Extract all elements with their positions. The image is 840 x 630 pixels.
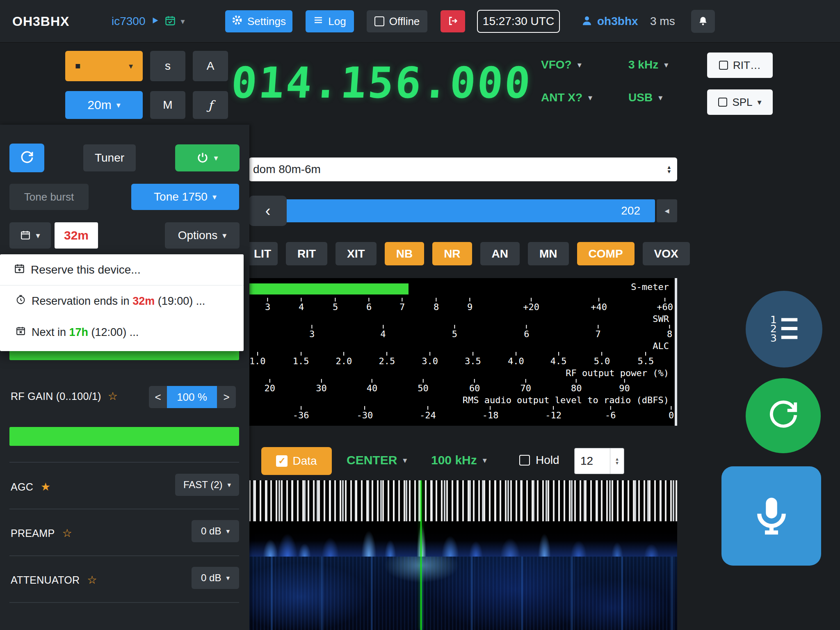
tone-burst-button[interactable]: Tone burst bbox=[9, 184, 89, 210]
play-icon[interactable] bbox=[151, 16, 160, 27]
user-menu[interactable]: oh3bhx bbox=[581, 0, 638, 43]
time-left-button[interactable]: 32m bbox=[55, 222, 98, 249]
function-toggle-row: LITRITXITNBNRANMNCOMPVOX bbox=[233, 242, 690, 265]
slider-step-left-button[interactable]: ‹ bbox=[249, 196, 287, 226]
data-mode-toggle[interactable]: ✓ Data bbox=[261, 447, 332, 475]
toggle-xit[interactable]: XIT bbox=[336, 242, 377, 265]
meter-scale-value: 8 bbox=[667, 325, 672, 339]
gear-icon bbox=[232, 15, 242, 28]
reservation-dropdown[interactable]: ▾ bbox=[9, 222, 51, 249]
toggle-vox[interactable]: VOX bbox=[643, 242, 690, 265]
next-text: Next in 17h (12:00) ... bbox=[32, 326, 139, 339]
rf-gain-inc-button[interactable]: > bbox=[217, 386, 236, 408]
span-dropdown[interactable]: 100 kHz ▾ bbox=[431, 446, 487, 474]
select-arrows-icon: ▴ ▾ bbox=[667, 158, 671, 181]
log-button[interactable]: Log bbox=[306, 10, 354, 32]
menu-item-reservation-ends[interactable]: Reservation ends in 32m (19:00) ... bbox=[0, 285, 244, 317]
power-icon bbox=[196, 151, 209, 165]
preamp-dropdown[interactable]: 0 dB ▾ bbox=[192, 520, 239, 542]
refresh-audio-button[interactable] bbox=[746, 378, 821, 453]
rate-value: 12 bbox=[580, 454, 593, 468]
vfo-dropdown[interactable]: VFO? ▾ bbox=[541, 58, 582, 71]
spl-checkbox[interactable] bbox=[718, 98, 727, 107]
latency-text: 3 ms bbox=[650, 15, 675, 28]
profile-select[interactable]: dom 80m-6m ▴ ▾ bbox=[249, 158, 677, 181]
reconnect-button[interactable] bbox=[9, 144, 44, 172]
rit-button[interactable]: RIT… bbox=[707, 52, 773, 78]
ptt-mic-button[interactable] bbox=[721, 466, 821, 566]
select-down-icon: ▾ bbox=[667, 169, 671, 174]
data-checkbox[interactable]: ✓ bbox=[276, 455, 288, 467]
rf-gain-dec-button[interactable]: < bbox=[149, 386, 167, 408]
meter-row-bar: S-meter bbox=[249, 281, 675, 298]
next-prefix: Next in bbox=[32, 326, 69, 338]
power-dropdown[interactable]: ▾ bbox=[175, 144, 240, 171]
toggle-mn[interactable]: MN bbox=[528, 242, 569, 265]
toggle-nr[interactable]: NR bbox=[432, 242, 472, 265]
tx-stop-dropdown[interactable]: ■ ▾ bbox=[65, 51, 143, 81]
offline-checkbox[interactable] bbox=[374, 16, 384, 26]
next-time: 17h bbox=[69, 326, 89, 338]
antenna-dropdown[interactable]: ANT X? ▾ bbox=[541, 91, 592, 104]
tuner-button[interactable]: Tuner bbox=[83, 144, 136, 171]
tuning-slider[interactable]: 202 bbox=[262, 199, 655, 222]
notifications-button[interactable] bbox=[691, 10, 715, 33]
menu-item-reserve[interactable]: Reserve this device... bbox=[0, 254, 244, 285]
band-label: 20m bbox=[87, 98, 111, 112]
meter-label: RF output power (%) bbox=[566, 368, 669, 378]
toggle-an[interactable]: AN bbox=[480, 242, 520, 265]
spl-button[interactable]: SPL ▾ bbox=[707, 89, 773, 115]
caret-down-icon: ▾ bbox=[658, 94, 662, 102]
band-list-button[interactable]: 123 bbox=[746, 291, 822, 368]
rig-selector[interactable]: ic7300 ▾ bbox=[112, 0, 185, 43]
logout-button[interactable] bbox=[441, 10, 465, 32]
meter-scale-value: 60 bbox=[469, 379, 480, 393]
options-dropdown[interactable]: Options ▾ bbox=[165, 222, 240, 249]
spinner-arrows-icon[interactable]: ▴ ▾ bbox=[610, 448, 624, 474]
brand-text: OH3BHX bbox=[12, 14, 69, 29]
toggle-rit[interactable]: RIT bbox=[286, 242, 327, 265]
spinner-down-icon[interactable]: ▾ bbox=[616, 461, 619, 465]
caret-down-icon: ▾ bbox=[483, 456, 487, 464]
rf-gain-bar[interactable] bbox=[9, 427, 239, 446]
calendar-check-icon[interactable] bbox=[164, 15, 176, 28]
star-outline-icon[interactable]: ☆ bbox=[87, 575, 97, 586]
mode-dropdown[interactable]: USB ▾ bbox=[628, 91, 662, 104]
meter-row-scale: 3456789+20+40+60 bbox=[249, 298, 675, 313]
key-a-button[interactable]: A bbox=[193, 51, 228, 81]
star-outline-icon[interactable]: ☆ bbox=[62, 528, 72, 539]
spl-label: SPL bbox=[732, 96, 752, 109]
menu-item-next-reservation[interactable]: Next in 17h (12:00) ... bbox=[0, 317, 244, 348]
key-m-label: M bbox=[163, 98, 172, 112]
stop-icon: ■ bbox=[75, 61, 80, 71]
hold-toggle[interactable]: Hold bbox=[519, 446, 559, 474]
center-mode-dropdown[interactable]: CENTER ▾ bbox=[347, 446, 407, 474]
waterfall-display[interactable] bbox=[249, 480, 677, 630]
star-outline-icon[interactable]: ☆ bbox=[108, 391, 118, 402]
toggle-comp[interactable]: COMP bbox=[577, 242, 635, 265]
options-label: Options bbox=[178, 229, 218, 242]
agc-dropdown[interactable]: FAST (2) ▾ bbox=[175, 474, 239, 496]
offline-toggle[interactable]: Offline bbox=[367, 10, 427, 32]
bell-icon bbox=[698, 16, 708, 27]
star-filled-icon[interactable]: ★ bbox=[41, 482, 50, 493]
meter-scale-value: 2.0 bbox=[336, 352, 352, 366]
tone-dropdown[interactable]: Tone 1750 ▾ bbox=[131, 184, 239, 210]
filter-dropdown[interactable]: 3 kHz ▾ bbox=[628, 58, 668, 71]
toggle-nb[interactable]: NB bbox=[385, 242, 424, 265]
logout-icon bbox=[447, 16, 458, 27]
hold-checkbox[interactable] bbox=[519, 455, 530, 466]
rit-checkbox[interactable] bbox=[719, 61, 728, 70]
slider-arrow-left-button[interactable]: ◂ bbox=[657, 199, 677, 222]
band-dropdown[interactable]: 20m ▾ bbox=[65, 91, 143, 119]
rate-input[interactable]: 12 ▴ ▾ bbox=[574, 448, 624, 474]
attenuator-dropdown[interactable]: 0 dB ▾ bbox=[192, 567, 239, 589]
key-m-button[interactable]: M bbox=[150, 91, 185, 119]
key-f-button[interactable]: ƒ bbox=[193, 91, 228, 119]
meter-scale-value: 3.0 bbox=[422, 352, 438, 366]
meter-row-label: ALC bbox=[249, 340, 675, 352]
caret-down-icon: ▾ bbox=[129, 62, 133, 70]
settings-button[interactable]: Settings bbox=[225, 10, 292, 32]
frequency-display[interactable]: 014.156.000 bbox=[230, 45, 533, 121]
key-s-button[interactable]: s bbox=[150, 51, 185, 81]
